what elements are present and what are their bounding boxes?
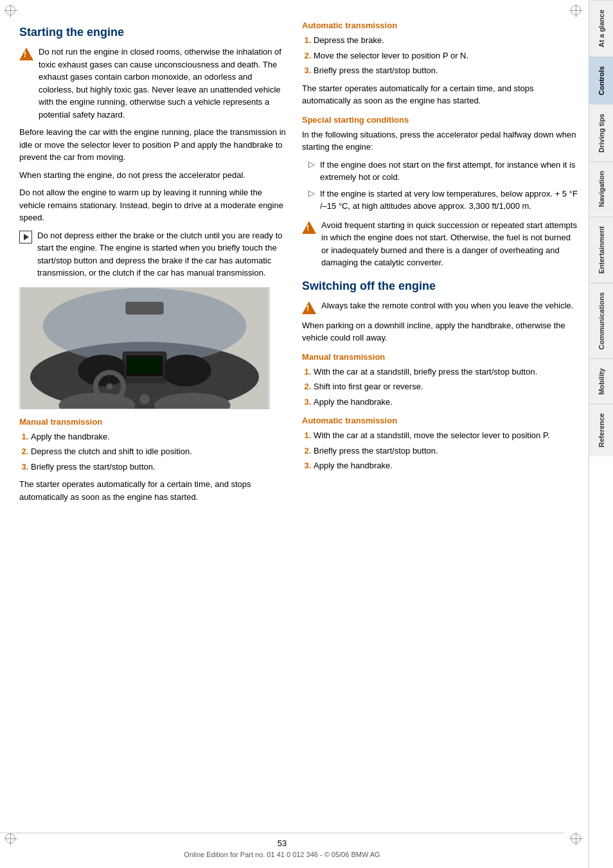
switchoff-para: When parking on a downhill incline, appl… — [302, 319, 579, 344]
warning-triangle-1 — [19, 48, 33, 60]
car-image — [19, 287, 270, 409]
auto2-step-2: Briefly press the start/stop button. — [314, 445, 579, 457]
arrow-bullet-1: ▷ — [308, 159, 315, 169]
auto2-steps-list: With the car at a standstill, move the s… — [302, 429, 579, 472]
sidebar: At a glance Controls Driving tips Naviga… — [589, 0, 613, 868]
svg-point-7 — [107, 383, 113, 389]
special-item-1-block: ▷ If the engine does not start on the fi… — [302, 159, 579, 184]
manual-step-1: Apply the handbrake. — [31, 430, 289, 443]
warning-block-1: Do not run the engine in closed rooms, o… — [19, 46, 289, 121]
para-3: Do not allow the engine to warm up by le… — [19, 186, 289, 224]
sidebar-tab-entertainment[interactable]: Entertainment — [589, 217, 613, 283]
manual-title: Manual transmission — [19, 417, 289, 427]
special-item-1-text: If the engine does not start on the firs… — [320, 159, 579, 184]
sidebar-tab-at-a-glance[interactable]: At a glance — [589, 0, 613, 57]
auto-steps-list: Depress the brake. Move the selector lev… — [302, 34, 579, 77]
manual2-steps-list: With the car at a standstill, briefly pr… — [302, 366, 579, 409]
auto2-step-1: With the car at a standstill, move the s… — [314, 429, 579, 442]
special-title: Special starting conditions — [302, 115, 579, 125]
auto2-step-3: Apply the handbrake. — [314, 459, 579, 472]
right-column: Automatic transmission Depress the brake… — [302, 13, 579, 508]
sidebar-tab-driving-tips[interactable]: Driving tips — [589, 104, 613, 162]
left-column: Starting the engine Do not run the engin… — [19, 13, 289, 508]
manual-step-2: Depress the clutch and shift to idle pos… — [31, 445, 289, 458]
auto-step-1: Depress the brake. — [314, 34, 579, 47]
warning-icon-2 — [302, 220, 316, 234]
special-intro: In the following situations, press the a… — [302, 128, 579, 154]
manual2-step-3: Apply the handbrake. — [314, 396, 579, 409]
para-1: Before leaving the car with the engine r… — [19, 126, 289, 164]
warning-icon-3 — [302, 300, 316, 314]
auto2-title: Automatic transmission — [302, 416, 579, 425]
special-item-2-block: ▷ If the engine is started at very low t… — [302, 188, 579, 213]
columns-layout: Starting the engine Do not run the engin… — [19, 13, 579, 508]
auto-note: The starter operates automatically for a… — [302, 82, 579, 107]
svg-rect-11 — [125, 301, 163, 314]
warning-text-1: Do not run the engine in closed rooms, o… — [39, 46, 289, 121]
main-content: Starting the engine Do not run the engin… — [0, 0, 589, 868]
para-2: When starting the engine, do not press t… — [19, 169, 289, 182]
warning-block-2: Avoid frequent starting in quick success… — [302, 219, 579, 269]
special-item-2-text: If the engine is started at very low tem… — [320, 188, 579, 213]
manual-steps-list: Apply the handbrake. Depress the clutch … — [19, 430, 289, 474]
sidebar-tab-reference[interactable]: Reference — [589, 403, 613, 456]
section-title-starting: Starting the engine — [19, 26, 289, 39]
sidebar-tab-mobility[interactable]: Mobility — [589, 359, 613, 404]
sidebar-tab-navigation[interactable]: Navigation — [589, 161, 613, 216]
arrow-bullet-2: ▷ — [308, 188, 315, 198]
svg-point-10 — [139, 394, 150, 404]
starter-note-left: The starter operates automatically for a… — [19, 478, 289, 503]
warning-triangle-3 — [302, 301, 316, 314]
warning-block-3: Always take the remote control with you … — [302, 299, 579, 314]
auto-title: Automatic transmission — [302, 21, 579, 30]
manual-step-3: Briefly press the start/stop button. — [31, 461, 289, 474]
section-title-switching: Switching off the engine — [302, 279, 579, 293]
play-note-text: Do not depress either the brake or the c… — [37, 229, 289, 279]
sidebar-tab-communications[interactable]: Communications — [589, 283, 613, 359]
auto-step-3: Briefly press the start/stop button. — [314, 64, 579, 77]
play-icon — [19, 231, 32, 244]
footer-text: Online Edition for Part no. 01 41 0 012 … — [0, 851, 564, 858]
svg-rect-9 — [129, 357, 160, 373]
warning-triangle-2 — [302, 221, 316, 234]
play-note-block: Do not depress either the brake or the c… — [19, 229, 289, 279]
page-container: Starting the engine Do not run the engin… — [0, 0, 613, 868]
manual2-step-1: With the car at a standstill, briefly pr… — [314, 366, 579, 378]
warning-text-3: Always take the remote control with you … — [321, 299, 579, 312]
page-number: 53 — [0, 838, 564, 848]
manual2-title: Manual transmission — [302, 352, 579, 362]
svg-point-5 — [161, 354, 211, 385]
warning-icon-1 — [19, 46, 33, 60]
car-interior-svg — [20, 288, 269, 409]
auto-step-2: Move the selector lever to position P or… — [314, 49, 579, 62]
sidebar-tab-controls[interactable]: Controls — [589, 57, 613, 104]
warning-text-2: Avoid frequent starting in quick success… — [321, 219, 579, 269]
manual2-step-2: Shift into first gear or reverse. — [314, 380, 579, 393]
page-footer: 53 Online Edition for Part no. 01 41 0 0… — [0, 833, 564, 858]
